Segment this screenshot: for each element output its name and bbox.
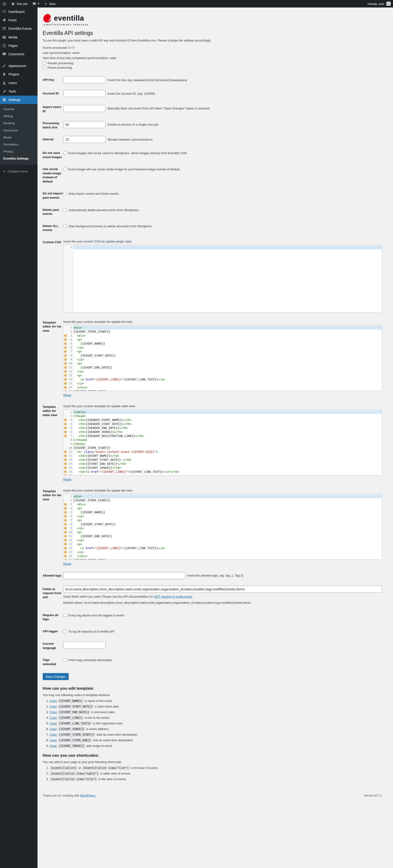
interval-input[interactable] — [63, 136, 105, 143]
copy-link[interactable]: Copy — [50, 739, 57, 742]
sidebar-item-posts[interactable]: Posts — [0, 16, 37, 24]
template-tile-reset-link[interactable]: Reset — [63, 562, 71, 565]
copy-link[interactable]: Copy — [50, 721, 57, 725]
restart-processing-checkbox[interactable] — [43, 62, 46, 65]
template-list-reset-link[interactable]: Reset — [63, 393, 71, 397]
submenu-item-permalinks[interactable]: Permalinks — [0, 141, 37, 148]
field-description: Automatically delete passed events from … — [68, 208, 140, 212]
copy-link[interactable]: Copy — [50, 710, 57, 714]
submenu-item-general[interactable]: General — [0, 106, 37, 113]
account-menu[interactable]: Howdy, user — [365, 0, 393, 7]
sidebar-item-pages[interactable]: Pages — [0, 41, 37, 50]
pause-processing-option[interactable]: Pause processing. — [43, 66, 382, 69]
copy-link[interactable]: Copy — [50, 699, 57, 703]
delete-past-events-option[interactable]: Automatically delete passed events from … — [63, 207, 382, 212]
collapse-arrow-icon — [2, 169, 6, 173]
template-tile-editor[interactable]: 1<div>2{{EVENT_ITEMS_START}}!3 <div>!4 <… — [63, 494, 382, 560]
sidebar-item-label: Appearance — [8, 64, 26, 68]
submenu-item-privacy[interactable]: Privacy — [0, 148, 37, 155]
fields-request-input[interactable] — [63, 586, 382, 593]
pin-icon — [2, 18, 6, 22]
copy-link[interactable]: Copy — [50, 727, 57, 731]
copy-link[interactable]: Copy — [50, 716, 57, 719]
template-list-editor[interactable]: 1<div>2{{EVENT_ITEMS_START}}!3 <div>!4 <… — [63, 325, 382, 391]
shortcode-snippet: [eventillalist view="tile"] — [50, 777, 98, 781]
submenu-item-writing[interactable]: Writing — [0, 113, 37, 120]
delete-all-events-option[interactable]: Start background process to delete all e… — [63, 223, 382, 228]
sidebar-item-settings[interactable]: Settings — [0, 96, 37, 104]
sidebar-item-users[interactable]: Users — [0, 79, 37, 87]
tags-extended-checkbox[interactable] — [63, 658, 66, 661]
no-save-images-checkbox[interactable] — [63, 151, 66, 155]
shortcode-item: [eventillalist] or [eventillalist view="… — [50, 766, 382, 770]
template-table-reset-link[interactable]: Reset — [63, 478, 71, 481]
submenu-item-discussion[interactable]: Discussion — [0, 127, 37, 134]
settings-submenu: GeneralWritingReadingDiscussionMediaPerm… — [0, 104, 37, 165]
comments-menu[interactable]: 0 — [30, 0, 42, 7]
new-content-menu[interactable]: New — [41, 0, 58, 7]
no-save-images-option[interactable]: Event images will not be saved to Wordpr… — [63, 150, 382, 155]
no-past-events-option[interactable]: Only import current and future events. — [63, 190, 382, 196]
warning-icon: ! — [64, 527, 67, 529]
media-icon — [2, 35, 6, 39]
import-event-id-input[interactable] — [63, 105, 105, 112]
sidebar-item-plugins[interactable]: Plugins — [0, 70, 37, 79]
wordpress-link[interactable]: WordPress. — [80, 794, 96, 797]
collapse-menu-button[interactable]: Collapse menu — [0, 167, 37, 176]
field-area: Event images will not be saved to Wordpr… — [63, 150, 382, 159]
sidebar-item-eventilla-events[interactable]: Eventilla Events — [0, 24, 37, 33]
allowed-tags-input[interactable] — [63, 572, 185, 579]
field-area — [63, 640, 382, 650]
line-number: 6 — [67, 430, 73, 434]
site-menu[interactable]: Test site — [9, 0, 30, 7]
field-label: Allowed tags — [43, 572, 63, 579]
field-label: Do not save event images — [43, 150, 63, 159]
editor-line: !11 {{EVENT_END_DATE}} — [63, 366, 382, 369]
require-all-tags-checkbox[interactable] — [63, 614, 66, 617]
sidebar-item-label: Tools — [8, 89, 16, 93]
require-all-tags-option[interactable]: Every tag above must be tagged to event. — [63, 612, 382, 618]
warning-icon: ! — [64, 338, 67, 341]
custom-css-editor[interactable]: 1 — [63, 245, 382, 312]
current-language-input[interactable] — [63, 642, 105, 649]
social-media-image-option[interactable]: Event image will use social media image … — [63, 166, 382, 172]
copy-link[interactable]: Copy — [50, 733, 57, 736]
api-logger-option[interactable]: To log all requests to Eventilla API — [63, 628, 382, 634]
sidebar-item-media[interactable]: Media — [0, 33, 37, 41]
api-key-input[interactable] — [63, 76, 105, 84]
editor-line: !5 <th>{{HEADER_END_DATE}}</th> — [63, 426, 382, 430]
batch-size-input[interactable] — [63, 121, 105, 128]
no-past-events-checkbox[interactable] — [63, 192, 66, 195]
tags-extended-option[interactable]: Fetch tags extended information — [63, 656, 382, 662]
sidebar-item-dashboard[interactable]: Dashboard — [0, 7, 37, 16]
wp-logo-menu[interactable] — [0, 0, 9, 7]
copy-link[interactable]: Copy — [50, 705, 57, 708]
editor-line: !8 {{EVENT_START_DATE}} — [63, 522, 382, 526]
delete-all-events-checkbox[interactable] — [63, 224, 66, 228]
submenu-item-eventilla-settings[interactable]: Eventilla Settings — [0, 155, 37, 162]
sidebar-item-comments[interactable]: Comments — [0, 50, 37, 58]
api-logger-checkbox[interactable] — [63, 630, 66, 633]
sidebar-item-label: Posts — [8, 18, 17, 22]
line-number: 14 — [67, 462, 73, 466]
pause-processing-checkbox[interactable] — [43, 66, 46, 69]
editor-line: !11 {{EVENT_END_DATE}} — [63, 534, 382, 538]
save-changes-button[interactable]: Save Changes — [43, 673, 69, 680]
sidebar-item-appearance[interactable]: Appearance — [0, 62, 37, 70]
field-description: Insert the Account ID. (eg. 123456) — [108, 92, 155, 95]
api-doc-link[interactable]: GET request of single event. — [154, 595, 193, 598]
sidebar-item-tools[interactable]: Tools — [0, 87, 37, 96]
template-table-editor[interactable]: 1<table>2<thead>!3 <th>{{HEADER_EVENT_NA… — [63, 409, 382, 475]
copy-link[interactable]: Copy — [50, 744, 57, 748]
avatar — [387, 2, 391, 6]
submenu-item-media[interactable]: Media — [0, 134, 37, 141]
editor-line: !4 <p> — [63, 338, 382, 342]
restart-processing-option[interactable]: Restart processing. — [43, 61, 382, 65]
line-number: 2 — [67, 414, 73, 418]
line-number: 3 — [67, 334, 73, 338]
plus-icon — [44, 2, 48, 6]
submenu-item-reading[interactable]: Reading — [0, 120, 37, 127]
social-media-image-checkbox[interactable] — [63, 167, 66, 171]
account-id-input[interactable] — [63, 90, 105, 97]
delete-past-events-checkbox[interactable] — [63, 208, 66, 212]
